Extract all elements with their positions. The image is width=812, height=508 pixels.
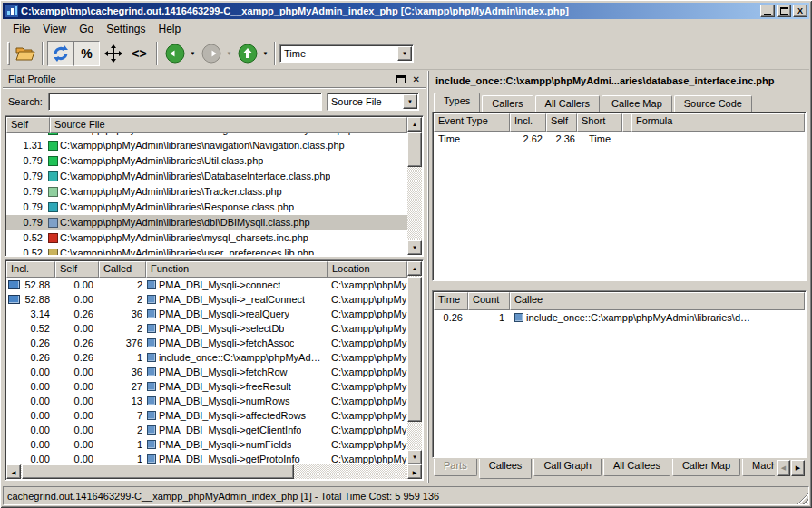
search-input[interactable] (48, 93, 322, 111)
scrollbar-thumb[interactable] (407, 277, 422, 422)
forward-button[interactable] (198, 41, 224, 66)
column-header-incl[interactable]: Incl. (510, 113, 546, 132)
file-color-swatch (48, 249, 58, 255)
column-header-called[interactable]: Called (99, 261, 146, 278)
column-header-count[interactable]: Count (468, 292, 510, 310)
tabs-scroll-left-button[interactable]: ◀ (777, 460, 790, 476)
source-file-row[interactable]: 1.31C:\xampp\phpMyAdmin\libraries\naviga… (6, 138, 407, 153)
column-header-short[interactable]: Short (577, 113, 622, 132)
forward-dropdown[interactable]: ▼ (224, 41, 234, 66)
function-row[interactable]: 0.000.0027PMA_DBI_Mysqli->freeResultC:\x… (6, 379, 407, 394)
cycle-grouping-button[interactable] (47, 41, 73, 66)
tab-all-callees[interactable]: All Callees (603, 459, 670, 476)
function-row[interactable]: 0.000.001PMA_DBI_Mysqli->numFieldsC:\xam… (6, 437, 407, 452)
function-cell: PMA_DBI_Mysqli->getProtoInfo (146, 452, 328, 464)
tab-all-callers[interactable]: All Callers (535, 95, 601, 112)
scroll-up-button[interactable]: ▲ (407, 117, 422, 132)
event-type-row[interactable]: Time 2.62 2.36 Time (434, 132, 805, 146)
group-by-combobox[interactable]: Source File ▼ (327, 93, 419, 111)
toolbar-grip[interactable] (7, 42, 10, 65)
function-row[interactable]: 0.520.002PMA_DBI_Mysqli->selectDbC:\xamp… (6, 321, 407, 336)
toolbar-separator (156, 42, 158, 65)
source-file-row[interactable]: 0.79C:\xampp\phpMyAdmin\libraries\Tracke… (6, 184, 407, 200)
combobox-dropdown-button[interactable]: ▼ (397, 46, 412, 61)
scroll-down-button[interactable]: ▼ (407, 450, 422, 464)
column-header-self[interactable]: Self (6, 117, 50, 133)
function-icon (147, 382, 156, 391)
menu-settings[interactable]: Settings (100, 21, 152, 37)
scrollbar-thumb[interactable] (22, 464, 294, 479)
function-row[interactable]: 0.000.007PMA_DBI_Mysqli->affectedRowsC:\… (6, 408, 407, 423)
callee-time-value: 0.26 (434, 310, 468, 325)
function-row[interactable]: 0.260.26376PMA_DBI_Mysqli->fetchAssocC:\… (6, 336, 407, 350)
column-header-incl[interactable]: Incl. (6, 261, 55, 278)
source-file-row[interactable]: 0.79C:\xampp\phpMyAdmin\libraries\Respon… (6, 200, 407, 215)
up-dropdown[interactable]: ▼ (260, 41, 270, 66)
callee-row[interactable]: 0.26 1 include_once::C:\xampp\phpMyAdmin… (434, 310, 805, 325)
column-header-self[interactable]: Self (546, 113, 577, 132)
source-file-row[interactable]: 0.52C:\xampp\phpMyAdmin\libraries\mysql_… (6, 230, 407, 246)
detail-bottom-tabs: PartsCalleesCall GraphAll CalleesCaller … (434, 459, 805, 481)
source-list-scrollbar[interactable]: ▲ ▼ (407, 117, 422, 255)
function-row[interactable]: 0.000.002PMA_DBI_Mysqli->getClientInfoC:… (6, 423, 407, 437)
title-bar[interactable]: C:\xampp\tmp\cachegrind.out.1416463299-C… (3, 3, 809, 19)
tab-types[interactable]: Types (434, 93, 480, 112)
column-header-formula[interactable]: Formula (631, 113, 805, 132)
menu-help[interactable]: Help (152, 21, 188, 37)
function-row[interactable]: 0.000.0036PMA_DBI_Mysqli->fetchRowC:\xam… (6, 365, 407, 379)
function-row[interactable]: 3.140.2636PMA_DBI_Mysqli->realQueryC:\xa… (6, 307, 407, 321)
location-value: C:\xampp\phpMy… (328, 350, 407, 365)
source-file-row[interactable]: 0.79C:\xampp\phpMyAdmin\libraries\Util.c… (6, 153, 407, 169)
function-cell: PMA_DBI_Mysqli->numFields (146, 437, 328, 452)
column-header-source-file[interactable]: Source File (50, 117, 407, 133)
tab-caller-map[interactable]: Caller Map (672, 459, 740, 476)
column-header-event-type[interactable]: Event Type (434, 113, 510, 132)
event-type-combobox[interactable]: Time ▼ (279, 44, 414, 63)
resize-grip[interactable] (797, 493, 808, 504)
combobox-dropdown-button[interactable]: ▼ (403, 94, 417, 109)
function-table-vscrollbar[interactable]: ▲ ▼ (407, 261, 422, 464)
scrollbar-thumb[interactable] (407, 132, 422, 167)
menu-view[interactable]: View (36, 21, 73, 37)
open-file-button[interactable] (12, 41, 38, 66)
tab-call-graph[interactable]: Call Graph (533, 459, 602, 476)
column-header-time[interactable]: Time (434, 292, 468, 310)
float-dock-icon[interactable] (396, 75, 406, 83)
dock-title-bar[interactable]: Flat Profile ✕ (3, 71, 426, 88)
source-file-row[interactable]: 0.79C:\xampp\phpMyAdmin\libraries\dbi\DB… (6, 215, 407, 230)
source-file-row[interactable]: 0.79C:\xampp\phpMyAdmin\libraries\Databa… (6, 169, 407, 184)
tab-callees[interactable]: Callees (479, 459, 533, 479)
function-row[interactable]: 52.880.002PMA_DBI_Mysqli->_realConnectC:… (6, 292, 407, 307)
column-header-location[interactable]: Location (328, 261, 407, 278)
function-row[interactable]: 0.260.261include_once::C:\xampp\phpMyAd…… (6, 350, 407, 365)
back-dropdown[interactable]: ▼ (188, 41, 198, 66)
tabs-scroll-right-button[interactable]: ▶ (791, 460, 805, 476)
dock-close-button[interactable]: ✕ (413, 74, 420, 84)
source-file-row[interactable]: 0.52C:\xampp\phpMyAdmin\libraries\user_p… (6, 246, 407, 255)
scroll-up-button[interactable]: ▲ (407, 261, 422, 276)
relative-percent-button[interactable]: % (73, 41, 100, 66)
function-row[interactable]: 52.880.002PMA_DBI_Mysqli->connectC:\xamp… (6, 278, 407, 292)
tab-callee-map[interactable]: Callee Map (602, 95, 672, 112)
scroll-down-button[interactable]: ▼ (407, 240, 422, 255)
tab-callers[interactable]: Callers (482, 95, 533, 112)
tab-machine-code[interactable]: Machine Code (742, 459, 775, 476)
tab-source-code[interactable]: Source Code (674, 95, 752, 112)
column-header-function[interactable]: Function (146, 261, 328, 278)
maximize-button[interactable] (777, 5, 791, 17)
up-button[interactable] (234, 41, 260, 66)
scroll-left-button[interactable]: ◀ (6, 464, 21, 479)
function-table-hscrollbar[interactable]: ◀ ▶ (6, 464, 422, 479)
function-row[interactable]: 0.000.0013PMA_DBI_Mysqli->numRowsC:\xamp… (6, 394, 407, 408)
column-header-self[interactable]: Self (55, 261, 99, 278)
menu-file[interactable]: File (6, 21, 36, 37)
back-button[interactable] (161, 41, 188, 66)
shorten-templates-button[interactable]: <> (126, 41, 152, 66)
menu-go[interactable]: Go (73, 21, 100, 37)
minimize-button[interactable] (760, 5, 775, 17)
column-header-callee[interactable]: Callee (510, 292, 805, 310)
close-button[interactable]: X (793, 5, 807, 17)
expand-areas-button[interactable] (100, 41, 126, 66)
function-row[interactable]: 0.000.001PMA_DBI_Mysqli->getProtoInfoC:\… (6, 452, 407, 464)
scroll-right-button[interactable]: ▶ (407, 464, 422, 479)
